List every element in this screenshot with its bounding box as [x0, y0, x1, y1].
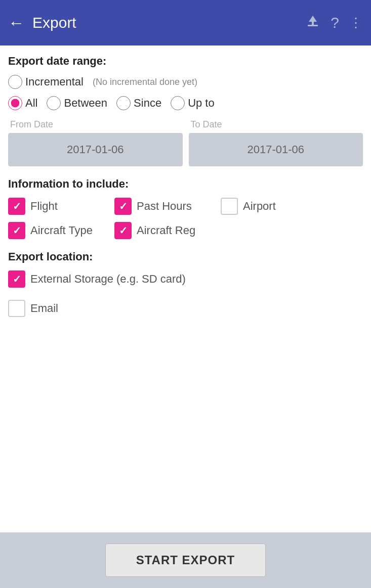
upto-radio-item[interactable]: Up to	[171, 96, 215, 110]
since-label: Since	[134, 97, 161, 110]
export-location-title: Export location:	[8, 250, 363, 263]
incremental-radio[interactable]	[8, 75, 22, 89]
upto-radio[interactable]	[171, 96, 185, 110]
to-date-label: To Date	[189, 119, 363, 130]
past-hours-label: Past Hours	[137, 200, 192, 213]
information-section: Information to include: Flight Past Hour…	[8, 177, 363, 239]
external-storage-checkbox[interactable]	[8, 270, 25, 288]
external-storage-label: External Storage (e.g. SD card)	[30, 273, 186, 286]
airport-label: Airport	[243, 200, 276, 213]
upload-icon[interactable]	[305, 14, 320, 32]
incremental-label: Incremental	[25, 75, 84, 88]
aircraft-type-label: Aircraft Type	[30, 224, 93, 237]
header-actions: ? ⋮	[305, 14, 363, 32]
main-content: Export date range: Incremental (No incre…	[0, 46, 371, 532]
to-date-button[interactable]: 2017-01-06	[189, 133, 363, 166]
all-label: All	[25, 97, 37, 110]
email-checkbox[interactable]	[8, 300, 25, 317]
since-radio[interactable]	[116, 96, 131, 110]
past-hours-checkbox[interactable]	[114, 198, 132, 215]
since-radio-item[interactable]: Since	[116, 96, 161, 110]
between-radio-item[interactable]: Between	[47, 96, 107, 110]
aircraft-reg-checkbox-item[interactable]: Aircraft Reg	[114, 222, 205, 239]
from-date-label: From Date	[8, 119, 183, 130]
more-icon[interactable]: ⋮	[349, 15, 363, 31]
aircraft-reg-label: Aircraft Reg	[137, 224, 195, 237]
between-radio[interactable]	[47, 96, 61, 110]
from-date-col: From Date 2017-01-06	[8, 119, 183, 166]
upto-label: Up to	[188, 97, 215, 110]
external-storage-checkbox-item[interactable]: External Storage (e.g. SD card)	[8, 270, 186, 288]
aircraft-reg-checkbox[interactable]	[114, 222, 132, 239]
aircraft-type-checkbox-item[interactable]: Aircraft Type	[8, 222, 99, 239]
aircraft-type-checkbox[interactable]	[8, 222, 25, 239]
information-checkboxes: Flight Past Hours Airport Aircraft Type …	[8, 198, 363, 239]
svg-rect-0	[308, 25, 318, 26]
incremental-radio-item[interactable]: Incremental	[8, 75, 84, 89]
date-pickers: From Date 2017-01-06 To Date 2017-01-06	[8, 119, 363, 166]
all-radio-item[interactable]: All	[8, 96, 37, 110]
airport-checkbox-item[interactable]: Airport	[221, 198, 312, 215]
information-title: Information to include:	[8, 177, 363, 191]
svg-marker-1	[309, 16, 317, 25]
all-radio[interactable]	[8, 96, 22, 110]
export-location-checkboxes: External Storage (e.g. SD card) Email	[8, 270, 363, 317]
header: ← Export ? ⋮	[0, 0, 371, 46]
export-date-range-section: Export date range: Incremental (No incre…	[8, 55, 363, 166]
date-range-options-row: All Between Since Up to	[8, 96, 363, 110]
page-title: Export	[32, 14, 305, 31]
to-date-col: To Date 2017-01-06	[189, 119, 363, 166]
flight-checkbox[interactable]	[8, 198, 25, 215]
export-date-range-title: Export date range:	[8, 55, 363, 68]
help-icon[interactable]: ?	[331, 14, 339, 31]
email-label: Email	[30, 302, 58, 315]
start-export-button[interactable]: START EXPORT	[105, 544, 266, 577]
email-checkbox-item[interactable]: Email	[8, 300, 363, 317]
airport-checkbox[interactable]	[221, 198, 238, 215]
past-hours-checkbox-item[interactable]: Past Hours	[114, 198, 205, 215]
incremental-note: (No incremental done yet)	[93, 77, 197, 87]
between-label: Between	[64, 97, 107, 110]
flight-label: Flight	[30, 200, 58, 213]
export-location-section: Export location: External Storage (e.g. …	[8, 250, 363, 317]
incremental-row: Incremental (No incremental done yet)	[8, 75, 363, 89]
flight-checkbox-item[interactable]: Flight	[8, 198, 99, 215]
back-button[interactable]: ←	[8, 14, 24, 32]
bottom-bar: START EXPORT	[0, 532, 371, 588]
from-date-button[interactable]: 2017-01-06	[8, 133, 183, 166]
